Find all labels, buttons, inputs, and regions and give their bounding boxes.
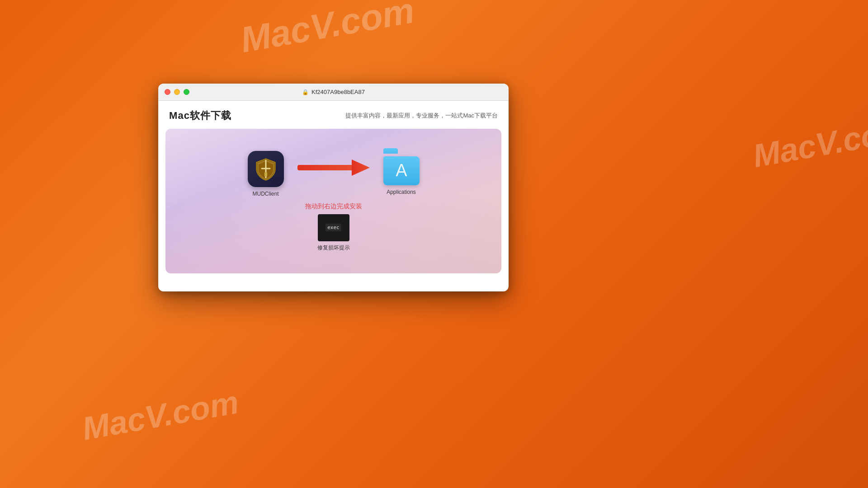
app-item-applications[interactable]: A Applications (383, 153, 420, 195)
exec-description-label: 修复损坏提示 (317, 244, 350, 252)
brand-title: Mac软件下载 (169, 109, 232, 122)
drag-instruction-text: 拖动到右边完成安装 (305, 202, 362, 211)
watermark-bottom-left: MacV.com (80, 383, 241, 447)
svg-marker-4 (352, 160, 370, 176)
drag-arrow-icon (297, 159, 370, 177)
mudclient-icon (248, 151, 284, 187)
window-header: Mac软件下载 提供丰富内容，最新应用，专业服务，一站式Mac下载平台 (158, 101, 509, 129)
window-title: Kf2407A9be8bEA87 (311, 89, 365, 95)
close-button[interactable] (165, 89, 170, 95)
maximize-button[interactable] (184, 89, 189, 95)
svg-rect-2 (264, 172, 267, 177)
watermark-top: MacV.com (237, 0, 417, 61)
mac-window: 🔒 Kf2407A9be8bEA87 Mac软件下载 提供丰富内容，最新应用，专… (158, 84, 509, 291)
mudclient-label: MUDClient (252, 191, 278, 197)
mudclient-icon-svg (254, 157, 278, 181)
folder-tab (383, 148, 398, 154)
exec-badge: exec (326, 224, 341, 231)
folder-body: A (383, 156, 420, 185)
brand-subtitle: 提供丰富内容，最新应用，专业服务，一站式Mac下载平台 (345, 112, 498, 120)
folder-a-icon: A (383, 156, 420, 185)
minimize-button[interactable] (174, 89, 180, 95)
svg-text:A: A (396, 161, 407, 180)
install-row: MUDClient (248, 151, 420, 197)
app-item-mudclient[interactable]: MUDClient (248, 151, 284, 197)
arrow-container (288, 159, 379, 177)
window-title-area: 🔒 Kf2407A9be8bEA87 (302, 89, 365, 95)
exec-file-area: exec 修复损坏提示 (317, 214, 350, 252)
watermark-right: MacV.co (750, 116, 868, 174)
svg-rect-3 (297, 165, 355, 170)
applications-folder-icon: A (383, 153, 420, 185)
title-bar: 🔒 Kf2407A9be8bEA87 (158, 84, 509, 101)
traffic-lights (158, 89, 189, 95)
lock-icon: 🔒 (302, 89, 309, 95)
exec-icon: exec (318, 214, 349, 241)
dmg-install-area: MUDClient (165, 129, 501, 273)
applications-label: Applications (387, 189, 416, 195)
